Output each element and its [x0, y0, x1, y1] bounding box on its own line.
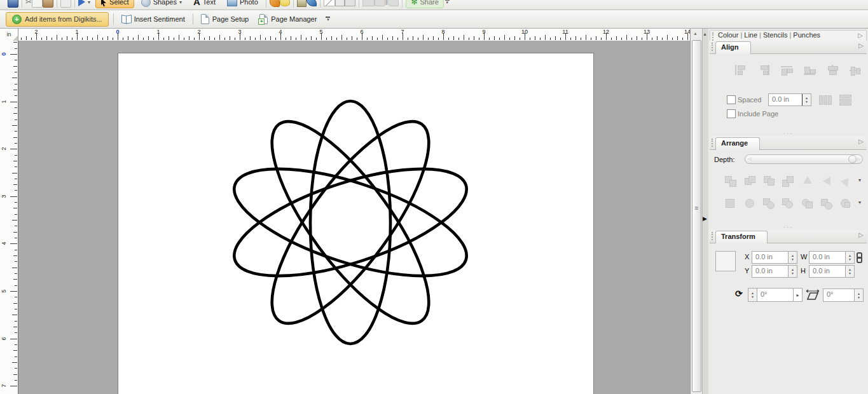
panel-resize-dots[interactable]: ···: [708, 225, 868, 230]
send-to-back-icon[interactable]: [781, 175, 796, 187]
rotation-value[interactable]: 0°: [757, 289, 793, 301]
depth-left-arrow-icon[interactable]: ◁: [748, 156, 751, 161]
cut-icon[interactable]: ✂: [25, 0, 32, 6]
transform-panel-header[interactable]: Transform ▷: [710, 230, 867, 243]
bring-forward-icon[interactable]: [743, 175, 758, 187]
save-icon[interactable]: [8, 0, 18, 8]
rotate-object-icon[interactable]: [839, 175, 855, 187]
height-spinner[interactable]: 0.0 in ▲▼: [809, 265, 855, 278]
distribute-horizontal-icon[interactable]: [818, 94, 832, 105]
insert-sentiment-button[interactable]: Insert Sentiment: [118, 13, 188, 26]
studio-tab-stencils[interactable]: Stencils: [763, 31, 788, 39]
tabbar-grip-icon[interactable]: [712, 32, 715, 41]
add-items-from-digikits-button[interactable]: + Add items from Digikits...: [6, 12, 109, 27]
ungroup-icon[interactable]: [375, 0, 385, 6]
anchor-point-selector[interactable]: [715, 251, 736, 271]
text-tool-button[interactable]: A Text: [189, 0, 220, 8]
shapes-dropdown-icon[interactable]: ▾: [179, 0, 182, 5]
x-position-spinner[interactable]: 0.0 in ▲▼: [752, 251, 797, 264]
splitter-collapse-right-icon[interactable]: ▶: [703, 215, 707, 222]
send-backward-icon[interactable]: [762, 175, 777, 187]
distribute-vertical-icon[interactable]: [838, 94, 852, 105]
canvas-workspace[interactable]: [18, 41, 690, 394]
divide-shapes-icon[interactable]: [838, 197, 853, 210]
intersect-shapes-icon[interactable]: [800, 197, 815, 210]
bring-to-front-icon[interactable]: [724, 175, 739, 187]
rotation-spinner[interactable]: ▲▼ 0° ▸: [748, 288, 803, 302]
undo-icon[interactable]: [78, 0, 85, 6]
splitter-collapse-up-icon[interactable]: ▲: [703, 32, 707, 36]
page-setup-button[interactable]: Page Setup: [198, 13, 252, 26]
align-panel-header[interactable]: Align ▷: [710, 41, 867, 54]
align-center-vertical-icon[interactable]: [848, 65, 862, 76]
line-tool-icon[interactable]: [324, 0, 335, 6]
depth-slider[interactable]: ◁ ▷: [745, 154, 863, 164]
studio-tab-line[interactable]: Line: [744, 31, 757, 39]
add-shapes-icon[interactable]: [762, 197, 777, 210]
spaced-checkbox[interactable]: [727, 95, 736, 104]
combine-shapes-icon[interactable]: [743, 197, 758, 210]
transform-grip-icon[interactable]: [712, 232, 715, 240]
y-position-spinner[interactable]: 0.0 in ▲▼: [752, 265, 797, 278]
select-tool-button[interactable]: Select: [95, 0, 134, 8]
studio-tab-punches[interactable]: Punches: [793, 31, 820, 39]
x-position-value[interactable]: 0.0 in: [752, 252, 788, 263]
arrange-panel-title[interactable]: Arrange: [715, 137, 760, 150]
align-grip-icon[interactable]: [712, 43, 715, 51]
align-expand-icon[interactable]: ▷: [858, 42, 864, 49]
weld-icon[interactable]: [387, 0, 399, 6]
shapes-tool-button[interactable]: Shapes ▾: [137, 0, 186, 8]
paste-icon[interactable]: [43, 0, 53, 8]
undo-dropdown-icon[interactable]: ▾: [88, 0, 90, 5]
format-painter-icon[interactable]: [60, 0, 71, 8]
crop-to-shape-icon[interactable]: [724, 197, 739, 210]
y-position-value[interactable]: 0.0 in: [752, 266, 788, 277]
toolbar-overflow-icon[interactable]: ▾: [326, 17, 330, 22]
panel-resize-dots[interactable]: ···: [708, 132, 868, 137]
arrange-grip-icon[interactable]: [712, 139, 715, 147]
transform-expand-icon[interactable]: ▷: [858, 231, 864, 238]
align-left-icon[interactable]: [734, 65, 748, 76]
width-value[interactable]: 0.0 in: [809, 252, 845, 263]
flip-horizontal-icon[interactable]: [801, 174, 816, 187]
arrange-more-dropdown-icon[interactable]: ▾: [858, 177, 861, 183]
combine-more-dropdown-icon[interactable]: ▾: [858, 200, 861, 205]
spin-down-icon[interactable]: ▼: [805, 100, 808, 104]
toolbar-overflow-icon[interactable]: ▾: [445, 0, 450, 4]
arrange-panel-header[interactable]: Arrange ▷: [710, 137, 867, 150]
rotation-dropdown-icon[interactable]: ▸: [793, 289, 802, 301]
shape-edit-tool-icon[interactable]: [345, 0, 355, 6]
scroll-up-icon[interactable]: ▲: [693, 31, 698, 36]
skew-value[interactable]: 0°: [823, 289, 854, 301]
include-page-checkbox[interactable]: [727, 109, 736, 118]
pen-tool-icon[interactable]: [307, 0, 317, 6]
align-panel-title[interactable]: Align: [715, 41, 751, 54]
arrange-expand-icon[interactable]: ▷: [858, 138, 864, 145]
ruler-units-box[interactable]: in: [0, 29, 18, 41]
copy-icon[interactable]: [32, 0, 43, 8]
scrollbar-thumb[interactable]: ≡: [692, 40, 701, 392]
align-center-horizontal-icon[interactable]: [825, 65, 839, 76]
studio-tab-colour[interactable]: Colour: [718, 31, 738, 39]
skew-spinner[interactable]: 0° ▲▼: [823, 289, 864, 302]
depth-slider-handle[interactable]: [848, 155, 857, 163]
height-value[interactable]: 0.0 in: [809, 266, 845, 277]
photo-tool-button[interactable]: Photo: [223, 0, 263, 8]
transform-panel-title[interactable]: Transform: [715, 231, 768, 243]
align-bottom-icon[interactable]: [803, 65, 816, 76]
craft-knife-tool-icon[interactable]: [297, 0, 307, 7]
node-edit-tool-icon[interactable]: [335, 0, 345, 6]
subtract-shapes-icon[interactable]: [781, 197, 796, 210]
spaced-value[interactable]: 0.0 in: [769, 94, 802, 105]
depth-right-arrow-icon[interactable]: ▷: [858, 156, 861, 161]
spaced-spinner[interactable]: 0.0 in ▲▼: [768, 93, 811, 106]
width-spinner[interactable]: 0.0 in ▲▼: [809, 251, 855, 264]
spirograph-flower-shape[interactable]: [223, 95, 478, 350]
exclude-shapes-icon[interactable]: [819, 197, 834, 210]
page-manager-button[interactable]: + Page Manager: [256, 13, 320, 26]
align-top-icon[interactable]: [780, 65, 794, 76]
fill-shape-tool-icon[interactable]: [280, 0, 290, 6]
tabbar-expand-icon[interactable]: ▷: [858, 32, 863, 39]
link-dimensions-icon[interactable]: [856, 252, 862, 262]
brush-tool-icon[interactable]: [270, 0, 280, 7]
